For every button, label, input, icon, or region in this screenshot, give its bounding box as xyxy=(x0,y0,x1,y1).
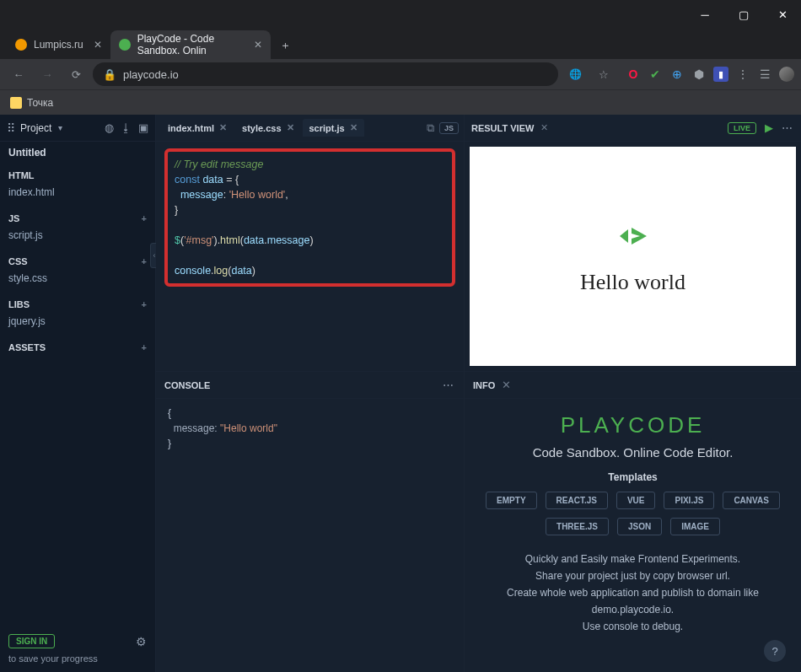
blurb-line: Create whole web application and publish… xyxy=(478,584,788,618)
globe-icon[interactable]: ◍ xyxy=(105,121,114,134)
sidebar-file[interactable]: jquery.js xyxy=(0,313,155,332)
caret-down-icon[interactable]: ▾ xyxy=(58,123,62,132)
playcode-logo-icon xyxy=(615,218,652,255)
console-title: CONSOLE xyxy=(164,380,210,390)
browser-tab-0[interactable]: Lumpics.ru ✕ xyxy=(7,30,110,59)
console-output[interactable]: { message: "Hello world" } xyxy=(156,399,464,672)
template-button[interactable]: PIXI.JS xyxy=(664,492,714,509)
project-label[interactable]: Project xyxy=(20,122,51,134)
play-icon[interactable]: ▶ xyxy=(765,121,773,134)
add-file-button[interactable]: + xyxy=(142,213,147,223)
sidebar-section-head[interactable]: CSS+ xyxy=(0,253,155,270)
tab-title: Lumpics.ru xyxy=(34,39,83,51)
templates-heading: Templates xyxy=(478,471,788,483)
ext-globe-icon[interactable]: ⊕ xyxy=(669,67,685,82)
close-icon[interactable]: ✕ xyxy=(540,122,548,133)
close-icon[interactable]: ✕ xyxy=(502,379,511,391)
nav-back-button[interactable]: ← xyxy=(7,62,30,86)
sidebar: ⠿ Project ▾ ◍ ⭳ ▣ Untitled HTMLindex.htm… xyxy=(0,115,156,672)
ext-check-icon[interactable]: ✔ xyxy=(648,67,663,82)
tab-close-icon[interactable]: ✕ xyxy=(94,39,102,51)
more-icon[interactable]: ⋯ xyxy=(443,379,455,391)
download-icon[interactable]: ⭳ xyxy=(121,121,132,134)
more-icon[interactable]: ⋯ xyxy=(782,121,794,134)
tagline: Code Sandbox. Online Code Editor. xyxy=(478,445,788,460)
copy-icon[interactable]: ⧉ xyxy=(427,121,434,135)
bookmark-star-icon[interactable]: ☆ xyxy=(592,62,616,86)
terminal-icon[interactable]: ▣ xyxy=(138,121,148,134)
window-maximize[interactable]: ▢ xyxy=(732,3,755,26)
sidebar-topbar: ⠿ Project ▾ ◍ ⭳ ▣ xyxy=(0,115,155,142)
window-titlebar: ─ ▢ ✕ xyxy=(0,0,801,29)
blurb-line: Use console to debug. xyxy=(478,618,788,635)
editor-pane: ‹ index.html✕style.css✕script.js✕ ⧉ JS /… xyxy=(156,115,464,371)
lang-pill[interactable]: JS xyxy=(439,122,459,134)
code-editor[interactable]: // Try edit message const data = { messa… xyxy=(156,142,464,371)
extension-icons: O ✔ ⊕ ⬢ ▮ ⋮ ☰ xyxy=(621,67,794,82)
sidebar-section-head[interactable]: JS+ xyxy=(0,210,155,227)
template-button[interactable]: THREE.JS xyxy=(546,518,609,535)
translate-icon[interactable]: 🌐 xyxy=(563,62,587,86)
sidebar-section-head[interactable]: LIBS+ xyxy=(0,296,155,313)
editor-tab[interactable]: index.html✕ xyxy=(161,119,234,137)
template-button[interactable]: REACT.JS xyxy=(546,492,608,509)
add-file-button[interactable]: + xyxy=(142,256,147,266)
sidebar-file[interactable]: index.html xyxy=(0,184,155,203)
blurb-line: Share your project just by copy browser … xyxy=(478,567,788,584)
editor-tab[interactable]: script.js✕ xyxy=(303,119,364,137)
console-pane: CONSOLE ⋯ { message: "Hello world" } xyxy=(156,372,464,672)
info-title: INFO xyxy=(473,380,495,390)
browser-tab-1[interactable]: PlayCode - Code Sandbox. Onlin ✕ xyxy=(110,30,271,59)
sidebar-section-head[interactable]: ASSETS+ xyxy=(0,339,155,356)
template-button[interactable]: VUE xyxy=(616,492,656,509)
sidebar-file[interactable]: script.js xyxy=(0,227,155,246)
window-close[interactable]: ✕ xyxy=(771,3,794,26)
nav-reload-button[interactable]: ⟳ xyxy=(64,62,88,86)
grid-icon[interactable]: ⠿ xyxy=(7,121,15,135)
template-button[interactable]: CANVAS xyxy=(723,492,779,509)
browser-tabstrip: Lumpics.ru ✕ PlayCode - Code Sandbox. On… xyxy=(0,29,801,59)
blurb-line: Quickly and Easily make Frontend Experim… xyxy=(478,551,788,567)
playcode-app: ⠿ Project ▾ ◍ ⭳ ▣ Untitled HTMLindex.htm… xyxy=(0,115,801,672)
template-button[interactable]: EMPTY xyxy=(486,492,536,509)
svg-marker-1 xyxy=(632,228,647,245)
editor-tabs: index.html✕style.css✕script.js✕ ⧉ JS xyxy=(156,115,464,142)
tab-close-icon[interactable]: ✕ xyxy=(350,122,357,133)
result-title: RESULT VIEW xyxy=(471,123,534,133)
tab-close-icon[interactable]: ✕ xyxy=(219,122,227,133)
tab-close-icon[interactable]: ✕ xyxy=(254,39,262,51)
info-pane: INFO ✕ PLAYCODE Code Sandbox. Online Cod… xyxy=(464,372,801,672)
ext-cube-icon[interactable]: ⬢ xyxy=(691,67,707,82)
help-button[interactable]: ? xyxy=(764,640,786,662)
favicon-icon xyxy=(15,39,27,51)
add-file-button[interactable]: + xyxy=(142,342,147,352)
browser-toolbar: ← → ⟳ 🔒 playcode.io 🌐 ☆ O ✔ ⊕ ⬢ ▮ ⋮ ☰ xyxy=(0,59,801,89)
template-button[interactable]: JSON xyxy=(617,518,662,535)
settings-gear-icon[interactable]: ⚙ xyxy=(136,635,147,648)
signin-button[interactable]: SIGN IN xyxy=(8,634,55,648)
ext-more-icon[interactable]: ⋮ xyxy=(735,67,750,82)
reading-list-icon[interactable]: ☰ xyxy=(757,67,772,82)
ext-bolt-icon[interactable]: ▮ xyxy=(713,67,728,82)
project-title: Untitled xyxy=(0,142,155,164)
new-tab-button[interactable]: ＋ xyxy=(274,34,298,57)
result-pane: RESULT VIEW ✕ LIVE ▶ ⋯ Hello world xyxy=(464,115,801,371)
ext-opera-icon[interactable]: O xyxy=(626,67,641,82)
address-bar[interactable]: 🔒 playcode.io xyxy=(93,62,558,86)
sidebar-file[interactable]: style.css xyxy=(0,270,155,289)
window-minimize[interactable]: ─ xyxy=(693,3,717,26)
template-button[interactable]: IMAGE xyxy=(670,518,720,535)
sidebar-section-head[interactable]: HTML xyxy=(0,167,155,184)
bookmarks-bar: Точка xyxy=(0,89,801,115)
bookmark-folder-icon xyxy=(10,97,22,109)
brand-logo: PLAYCODE xyxy=(478,412,788,438)
svg-marker-0 xyxy=(620,229,628,243)
code-highlight-box: // Try edit message const data = { messa… xyxy=(164,148,455,287)
editor-tab[interactable]: style.css✕ xyxy=(235,119,300,137)
profile-avatar[interactable] xyxy=(779,67,794,82)
tab-close-icon[interactable]: ✕ xyxy=(287,122,294,133)
add-file-button[interactable]: + xyxy=(142,299,147,309)
nav-forward-button[interactable]: → xyxy=(35,62,59,86)
live-badge[interactable]: LIVE xyxy=(728,122,756,134)
bookmark-item[interactable]: Точка xyxy=(27,97,53,109)
